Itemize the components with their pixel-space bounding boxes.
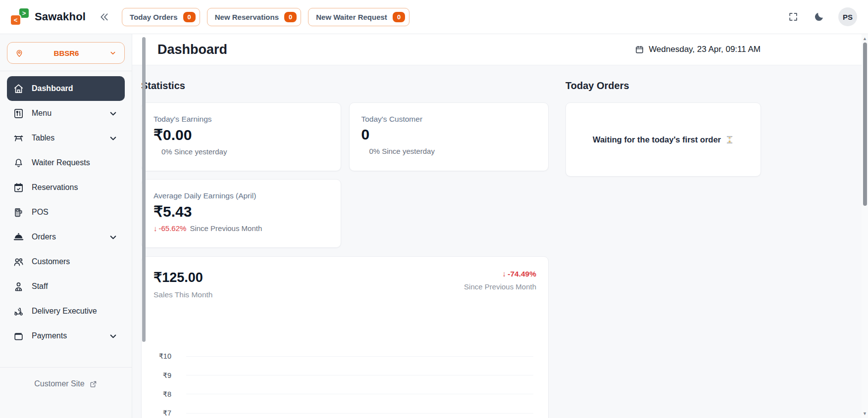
stat-card-todays-earnings: Today's Earnings ₹0.00 0%Since yesterday <box>141 102 341 171</box>
gridline <box>186 375 533 375</box>
sidebar-item-delivery-executive[interactable]: Delivery Executive <box>7 299 125 324</box>
chevron-down-icon <box>107 133 119 144</box>
delta-percent: -74.49% <box>508 270 536 279</box>
gridline <box>186 394 533 394</box>
down-arrow-icon: ↓ <box>503 270 507 279</box>
dark-mode-toggle[interactable] <box>813 10 825 23</box>
today-orders-card: Waiting for the today's first order <box>565 102 761 177</box>
sidebar-item-label: Orders <box>32 232 100 241</box>
location-pin-icon <box>14 48 24 58</box>
sales-label: Sales This Month <box>153 290 212 299</box>
delta-percent: 0% <box>161 147 172 156</box>
delta-percent: -65.62% <box>159 224 187 232</box>
y-axis-tick: ₹9 <box>153 372 186 379</box>
sidebar-item-label: Reservations <box>32 183 119 192</box>
logo-green-square-icon: > <box>19 8 29 18</box>
chevron-down-icon <box>107 232 119 243</box>
new-waiter-request-count-badge: 0 <box>393 12 405 22</box>
branch-selector[interactable]: BBSR6 <box>7 42 125 64</box>
new-reservations-button[interactable]: New Reservations 0 <box>207 8 301 26</box>
sales-summary: ₹125.00 Sales This Month <box>153 270 212 299</box>
sidebar-item-tables[interactable]: Tables <box>7 126 125 150</box>
scrollbar-down-arrow[interactable]: ▼ <box>862 411 868 416</box>
down-arrow-icon: ↓ <box>153 224 157 232</box>
delta-percent: 0% <box>369 147 380 155</box>
delta-note: Since yesterday <box>174 147 227 156</box>
sidebar-divider <box>0 71 132 71</box>
today-orders-count-badge: 0 <box>183 12 196 22</box>
main-scrollbar-thumb[interactable] <box>863 43 867 206</box>
page-title: Dashboard <box>157 42 227 57</box>
customer-site-link[interactable]: Customer Site <box>34 379 97 388</box>
stat-value: 0 <box>361 126 537 143</box>
y-axis-tick: ₹7 <box>153 409 186 417</box>
stat-label: Today's Earnings <box>153 115 329 124</box>
stat-value: ₹0.00 <box>153 126 329 143</box>
delta-note: Since Previous Month <box>464 282 536 291</box>
menu-board-icon <box>13 108 24 119</box>
today-orders-section: Today Orders Waiting for the today's fir… <box>565 80 761 418</box>
stat-delta: 0%Since yesterday <box>153 147 329 156</box>
y-axis-tick: ₹8 <box>153 390 186 398</box>
sales-value: ₹125.00 <box>153 270 212 285</box>
brand-block: > < Sawakhol <box>11 8 86 25</box>
branch-name: BBSR6 <box>24 49 108 57</box>
page-header: Dashboard Wednesday, 23 Apr, 09:11 AM <box>132 34 868 65</box>
new-waiter-request-button[interactable]: New Waiter Request 0 <box>308 8 409 26</box>
sidebar-item-label: Payments <box>32 331 100 340</box>
table-icon <box>13 133 24 144</box>
sidebar-item-label: POS <box>32 208 119 217</box>
sidebar-item-pos[interactable]: POS <box>7 200 125 225</box>
user-avatar[interactable]: PS <box>838 7 857 26</box>
sidebar-collapse-button[interactable] <box>97 9 112 25</box>
y-axis-tick: ₹10 <box>153 352 186 360</box>
chevron-down-icon <box>107 108 119 119</box>
brand-name: Sawakhol <box>35 10 86 23</box>
chart-grid-row: ₹10 <box>153 347 536 366</box>
chart-grid-row: ₹7 <box>153 404 536 418</box>
sidebar-footer: Customer Site <box>0 367 132 418</box>
sales-delta: ↓-74.49% Since Previous Month <box>464 270 536 291</box>
sidebar-item-orders[interactable]: Orders <box>7 225 125 249</box>
sidebar-item-label: Staff <box>32 282 119 291</box>
calendar-check-icon <box>13 182 24 193</box>
users-icon <box>13 256 24 268</box>
sidebar-item-customers[interactable]: Customers <box>7 249 125 274</box>
stat-delta: 0%Since yesterday <box>361 147 537 155</box>
stat-delta: ↓-65.62%Since Previous Month <box>153 224 329 232</box>
today-orders-button[interactable]: Today Orders 0 <box>122 8 200 26</box>
fullscreen-button[interactable] <box>787 10 800 23</box>
statistics-section: Statistics Today's Earnings ₹0.00 0%Sinc… <box>141 80 549 418</box>
new-waiter-request-label: New Waiter Request <box>316 13 387 21</box>
scrollbar-up-arrow[interactable]: ▲ <box>862 36 868 41</box>
sidebar-item-menu[interactable]: Menu <box>7 101 125 126</box>
stat-label: Today's Customer <box>361 115 537 124</box>
statistics-heading: Statistics <box>141 80 549 92</box>
chevron-down-icon <box>107 330 119 342</box>
sales-chart-card: ₹125.00 Sales This Month ↓-74.49% Since … <box>141 256 549 418</box>
today-orders-label: Today Orders <box>130 13 177 21</box>
today-orders-heading: Today Orders <box>565 80 761 92</box>
dashboard-content: Statistics Today's Earnings ₹0.00 0%Sinc… <box>132 65 868 418</box>
sidebar-item-label: Delivery Executive <box>32 307 119 316</box>
gridline <box>186 356 533 357</box>
sidebar-item-label: Dashboard <box>32 84 119 93</box>
sidebar-scrollbar-thumb[interactable] <box>142 37 146 342</box>
sidebar-item-label: Waiter Requests <box>32 158 119 167</box>
stat-card-todays-customer: Today's Customer 0 0%Since yesterday <box>349 102 549 171</box>
sidebar-nav: Dashboard Menu Tables Waiter Requests <box>7 76 125 348</box>
main-scrollbar[interactable]: ▲ ▼ <box>862 34 868 418</box>
stat-card-average-daily-earnings: Average Daily Earnings (April) ₹5.43 ↓-6… <box>141 179 341 248</box>
sidebar-item-waiter-requests[interactable]: Waiter Requests <box>7 150 125 175</box>
sidebar-item-reservations[interactable]: Reservations <box>7 175 125 200</box>
delta-note: Since yesterday <box>382 147 435 155</box>
sidebar-item-staff[interactable]: Staff <box>7 274 125 299</box>
sidebar-item-dashboard[interactable]: Dashboard <box>7 76 125 101</box>
datetime-text: Wednesday, 23 Apr, 09:11 AM <box>649 45 761 54</box>
app-root: > < Sawakhol Today Orders 0 New Reservat… <box>0 0 868 418</box>
sidebar-item-payments[interactable]: Payments <box>7 324 125 348</box>
delta-note: Since Previous Month <box>190 224 262 232</box>
new-reservations-count-badge: 0 <box>284 12 297 22</box>
header-quick-buttons: Today Orders 0 New Reservations 0 New Wa… <box>122 8 409 26</box>
double-chevron-left-icon <box>99 11 110 23</box>
